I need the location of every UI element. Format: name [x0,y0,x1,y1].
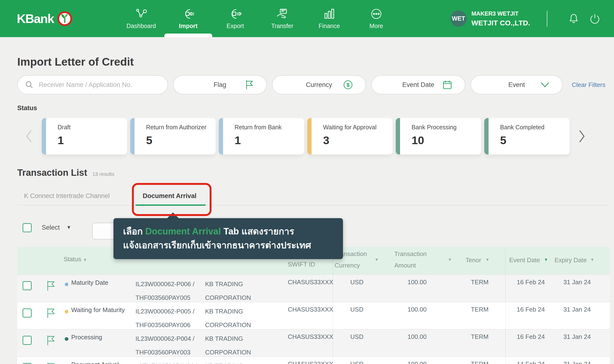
event-filter[interactable]: Event [471,75,563,94]
carousel-previous-button[interactable] [26,129,33,144]
flag-icon [245,80,254,90]
swift-id: CHASUS33XXX [288,361,333,364]
receiver-name: KB TRADINGCORPORATION [205,305,251,332]
tab-k-connect-intertrade-channel[interactable]: K Connect Intertrade Channel [24,192,110,200]
avatar[interactable]: WET [450,11,467,27]
column-header-swift-id[interactable]: SWIFT ID [288,261,315,268]
sort-caret-icon[interactable]: ▼ [83,258,87,262]
row-checkbox[interactable] [23,308,32,318]
main-navigation: Dashboard Import [125,0,393,37]
status-card-waiting-for-approval[interactable]: Waiting for Approval 3 [307,118,393,155]
expiry-date: 31 Jan 24 [556,279,599,285]
user-name: MAKER3 WETJIT [472,10,530,17]
table-row[interactable]: Maturity Date IL23W000062-P006 /THF00356… [17,274,610,302]
table-row[interactable]: Document Arrival - / THF003560PAY004 KB … [17,356,610,364]
row-checkbox[interactable] [23,336,32,345]
nav-item-more[interactable]: More [360,0,393,37]
nav-item-transfer[interactable]: Transfer [265,0,299,37]
currency-filter[interactable]: Currency $ [272,75,366,94]
application-no: IL23W000062-P006 /THF003560PAY005 [136,277,195,305]
status-dot [65,337,68,341]
status-count: 1 [235,134,304,147]
search-icon [25,80,34,89]
column-header-tenor[interactable]: Tenor [466,257,481,264]
transaction-amount: 100.00 [390,361,445,364]
column-header-transaction-amount[interactable]: Transaction [394,250,427,258]
column-header-expiry-date[interactable]: Expiry Date [555,257,587,264]
tab-document-arrival[interactable]: Document Arrival [143,192,196,200]
logout-button[interactable] [589,13,600,25]
status-section-label: Status [17,104,37,112]
select-dropdown-caret-icon[interactable]: ▼ [67,225,71,230]
sort-caret-icon[interactable]: ▼ [375,258,379,262]
tooltip-line1: เลือก Document Arrival Tab แสดงรายการ [123,224,333,238]
nav-item-import[interactable]: Import [171,0,205,37]
expiry-date: 31 Jan 24 [556,361,599,364]
tenor: TERM [458,279,501,285]
select-label[interactable]: Select [42,224,60,231]
power-icon [589,13,600,25]
row-status: Maturity Date [71,279,108,286]
column-header-transaction-amount-line2[interactable]: Amount [394,262,416,269]
channel-tabs: K Connect Intertrade Channel Document Ar… [17,188,610,206]
receiver-name: KB TRADINGCORPORATION [205,277,251,305]
row-checkbox[interactable] [23,281,32,290]
nav-item-dashboard[interactable]: Dashboard [125,0,158,37]
flag-icon[interactable] [46,362,56,364]
tenor: TERM [458,361,501,364]
column-header-status[interactable]: Status ▼ [64,256,87,263]
nav-item-export[interactable]: Export [219,0,252,37]
status-card-bank-completed[interactable]: Bank Completed 5 [484,118,570,155]
select-all-checkbox[interactable] [23,223,32,232]
status-dot [65,310,68,313]
carousel-next-button[interactable] [578,129,586,144]
nav-item-finance[interactable]: Finance [312,0,346,37]
transaction-currency: USD [334,306,380,312]
swift-id: CHASUS33XXX [288,279,333,285]
clear-filters-link[interactable]: Clear Filters [572,81,605,89]
flag-filter[interactable]: Flag [173,75,267,94]
sort-caret-icon[interactable]: ▼ [486,258,489,262]
sort-caret-icon[interactable]: ▼ [590,258,594,262]
column-header-event-date[interactable]: Event Date [509,257,540,264]
flag-icon[interactable] [46,280,56,291]
finance-icon [323,8,335,20]
dollar-circle-icon: $ [343,80,353,90]
svg-text:$: $ [347,82,349,88]
tooltip-highlight: Document Arrival [145,226,221,236]
sort-caret-icon[interactable]: ▼ [448,258,452,262]
status-count: 5 [146,134,216,147]
status-card-return-from-bank[interactable]: Return from Bank 1 [219,118,304,155]
kbank-logotype: KBank [17,12,54,26]
column-divider [333,247,333,364]
status-card-bank-processing[interactable]: Bank Processing 10 [396,118,481,155]
application-no: IL23W000062-P004 /THF003560PAY003 [136,332,195,359]
table-row[interactable]: Processing IL23W000062-P004 /THF003560PA… [17,329,610,356]
bell-icon [568,13,579,25]
table-row[interactable]: Waiting for Maturity IL23W000062-P005 /T… [17,302,610,329]
flag-icon[interactable] [46,308,56,318]
event-date: 16 Feb 24 [509,306,552,312]
column-header-transaction-currency-line2[interactable]: Currency [335,262,360,269]
transaction-amount: 100.00 [390,279,445,285]
user-area: WET MAKER3 WETJIT WETJIT CO.,LTD. [450,10,600,27]
status-card-draft[interactable]: Draft 1 [42,118,127,155]
card-accent-edge [130,118,135,155]
export-icon [229,8,241,20]
status-count: 5 [500,134,570,147]
column-divider [505,247,506,364]
expiry-date: 31 Jan 24 [556,306,599,312]
status-dot [65,283,68,286]
search-input[interactable] [38,81,160,89]
row-checkbox[interactable] [23,363,32,364]
notifications-button[interactable] [568,13,579,25]
search-field[interactable] [17,75,168,94]
flag-icon[interactable] [46,335,56,346]
kbank-logo[interactable]: KBank [17,11,72,26]
status-cards: Draft 1 Return from Authorizer 5 Return … [42,118,570,155]
sort-caret-icon-active[interactable]: ▼ [544,258,548,262]
user-names: MAKER3 WETJIT WETJIT CO.,LTD. [472,10,530,27]
event-date-filter[interactable]: Event Date [371,75,465,94]
status-card-return-from-authorizer[interactable]: Return from Authorizer 5 [130,118,216,155]
navbar-divider [547,11,547,26]
